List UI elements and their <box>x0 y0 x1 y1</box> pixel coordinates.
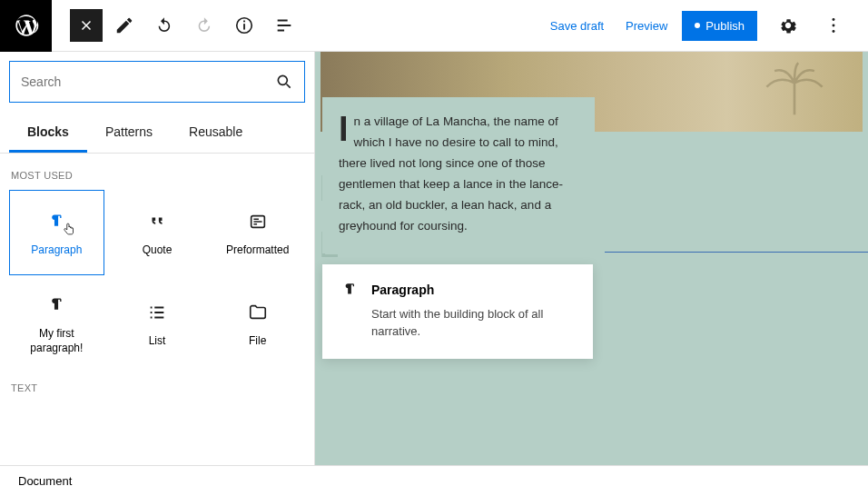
wordpress-logo[interactable] <box>0 0 52 52</box>
block-list[interactable]: List <box>110 281 205 366</box>
svg-rect-1 <box>243 24 245 29</box>
block-preformatted[interactable]: Preformatted <box>210 190 305 275</box>
editor-canvas[interactable]: L L In a village of La Mancha, the name … <box>315 52 868 496</box>
breadcrumb-bar: Document <box>0 465 868 496</box>
separator-line <box>605 252 868 253</box>
section-most-used: MOST USED <box>0 154 314 190</box>
block-inserter-panel: Blocks Patterns Reusable MOST USED Parag… <box>0 52 315 496</box>
svg-point-4 <box>833 25 835 27</box>
block-file[interactable]: File <box>210 281 305 366</box>
paragraph-block-preview: In a village of La Mancha, the name of w… <box>322 97 595 253</box>
block-paragraph[interactable]: Paragraph <box>9 190 104 275</box>
svg-point-6 <box>278 75 287 84</box>
svg-rect-2 <box>243 21 245 23</box>
cursor-hand-icon <box>61 222 77 238</box>
block-quote[interactable]: Quote <box>110 190 205 275</box>
info-icon[interactable] <box>226 7 262 44</box>
section-text: TEXT <box>0 366 314 402</box>
save-draft-button[interactable]: Save draft <box>539 12 615 40</box>
breadcrumb-document[interactable]: Document <box>18 474 72 488</box>
publish-button[interactable]: Publish <box>682 11 757 41</box>
list-icon <box>147 303 167 322</box>
block-label: List <box>149 334 166 349</box>
svg-point-3 <box>833 18 835 21</box>
preview-button[interactable]: Preview <box>615 12 678 40</box>
dropcap: I <box>339 115 349 143</box>
edit-icon[interactable] <box>106 7 143 44</box>
block-label: Paragraph <box>31 243 82 258</box>
preformatted-icon <box>248 212 268 232</box>
block-description-tooltip: Paragraph Start with the building block … <box>322 264 593 359</box>
more-options-icon[interactable] <box>815 7 852 44</box>
top-toolbar: Save draft Preview Publish <box>0 0 868 52</box>
search-icon <box>275 73 293 91</box>
block-label: Quote <box>143 243 173 258</box>
palm-decoration <box>754 59 835 123</box>
block-my-first-paragraph[interactable]: My first paragraph! <box>9 281 104 366</box>
tooltip-title: Paragraph <box>371 283 434 297</box>
search-input-wrapper <box>9 61 305 103</box>
quote-icon <box>147 212 167 232</box>
tooltip-description: Start with the building block of all nar… <box>371 306 575 341</box>
tab-blocks[interactable]: Blocks <box>9 112 87 153</box>
paragraph-icon <box>340 281 359 299</box>
block-label: My first paragraph! <box>15 327 98 355</box>
inserter-tabs: Blocks Patterns Reusable <box>0 112 314 154</box>
close-inserter-button[interactable] <box>70 9 103 42</box>
redo-button[interactable] <box>186 7 222 44</box>
block-label: File <box>249 334 266 349</box>
paragraph-text: n a village of La Mancha, the name of wh… <box>339 114 563 233</box>
tab-patterns[interactable]: Patterns <box>87 112 171 153</box>
settings-icon[interactable] <box>770 7 806 44</box>
svg-point-5 <box>833 30 835 33</box>
paragraph-icon <box>46 295 66 315</box>
block-label: Preformatted <box>226 243 289 258</box>
undo-button[interactable] <box>146 7 182 44</box>
search-input[interactable] <box>21 74 275 89</box>
tab-reusable[interactable]: Reusable <box>171 112 261 153</box>
outline-icon[interactable] <box>266 7 302 44</box>
folder-icon <box>248 303 268 322</box>
